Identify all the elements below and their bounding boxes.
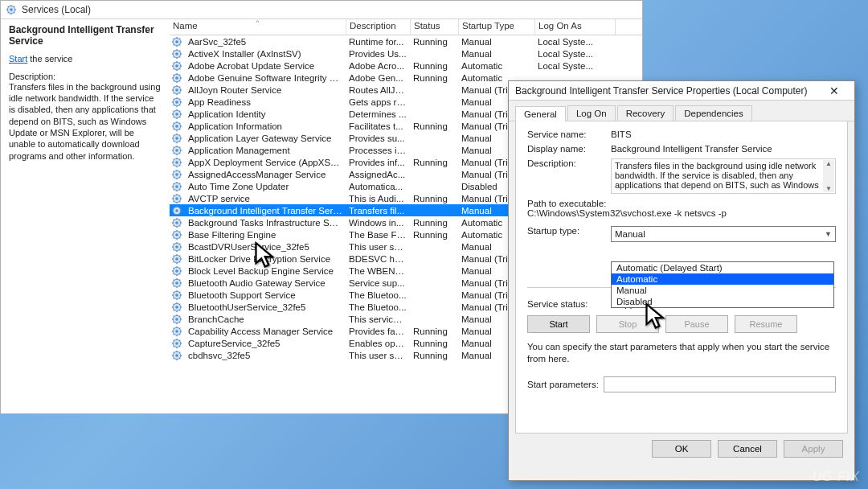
opt-automatic[interactable]: Automatic bbox=[612, 273, 833, 285]
cell-status bbox=[410, 209, 458, 212]
cell-status bbox=[410, 318, 458, 321]
service-icon bbox=[171, 169, 182, 180]
cell-description: Windows in... bbox=[346, 216, 410, 229]
table-row[interactable]: Adobe Acrobat Update ServiceAdobe Acro..… bbox=[170, 60, 642, 72]
tab-general[interactable]: General bbox=[515, 106, 566, 121]
service-icon bbox=[171, 302, 182, 313]
service-icon bbox=[171, 229, 182, 240]
cell-status bbox=[410, 113, 458, 116]
cell-status: Running bbox=[410, 349, 458, 362]
opt-automatic-delayed[interactable]: Automatic (Delayed Start) bbox=[612, 262, 833, 273]
startup-type-dropdown[interactable]: Automatic (Delayed Start) Automatic Manu… bbox=[611, 261, 834, 308]
service-icon bbox=[171, 97, 182, 108]
cell-status bbox=[410, 52, 458, 55]
table-row[interactable]: AarSvc_32fe5Runtime for...RunningManualL… bbox=[170, 35, 642, 47]
services-icon bbox=[6, 4, 17, 15]
titlebar-text: Services (Local) bbox=[22, 4, 91, 15]
service-icon bbox=[171, 241, 182, 253]
pause-button[interactable]: Pause bbox=[665, 315, 728, 333]
cell-name: Application Information bbox=[185, 120, 346, 133]
start-parameters-input[interactable] bbox=[604, 376, 836, 392]
dialog-titlebar[interactable]: Background Intelligent Transfer Service … bbox=[509, 81, 854, 101]
cell-status: Running bbox=[410, 216, 458, 229]
cell-startup: Manual bbox=[458, 35, 534, 48]
cell-status bbox=[410, 173, 458, 176]
cell-name: BluetoothUserService_32fe5 bbox=[185, 301, 346, 314]
cancel-button[interactable]: Cancel bbox=[718, 440, 777, 458]
opt-disabled[interactable]: Disabled bbox=[612, 296, 833, 307]
cell-status bbox=[410, 185, 458, 188]
cell-name: AllJoyn Router Service bbox=[185, 84, 346, 97]
opt-manual[interactable]: Manual bbox=[612, 285, 833, 296]
cell-status: Running bbox=[410, 156, 458, 169]
apply-button[interactable]: Apply bbox=[784, 440, 843, 458]
cell-description: This service ... bbox=[346, 313, 410, 326]
startup-type-select[interactable]: Manual ▼ bbox=[611, 226, 836, 242]
start-params-note: You can specify the start parameters tha… bbox=[527, 341, 836, 365]
col-description[interactable]: Description bbox=[346, 19, 411, 35]
cell-description: Transfers fil... bbox=[346, 204, 410, 217]
service-icon bbox=[171, 290, 182, 301]
cell-name: Bluetooth Audio Gateway Service bbox=[185, 277, 346, 290]
description-label: Description: bbox=[9, 72, 162, 81]
service-icon bbox=[171, 157, 182, 168]
cell-description: Provides fac... bbox=[346, 325, 410, 338]
cell-status: Running bbox=[410, 60, 458, 72]
cell-name: Base Filtering Engine bbox=[185, 228, 346, 241]
cell-description: The Bluetoo... bbox=[346, 289, 410, 302]
service-icon bbox=[171, 314, 182, 325]
cell-logon: Local Syste... bbox=[534, 47, 615, 60]
dialog-footer: OK Cancel Apply bbox=[509, 440, 854, 466]
service-properties-dialog: Background Intelligent Transfer Service … bbox=[508, 80, 855, 481]
cell-status bbox=[410, 101, 458, 104]
tab-log-on[interactable]: Log On bbox=[567, 105, 616, 121]
cell-name: Auto Time Zone Updater bbox=[185, 180, 346, 193]
table-row[interactable]: ActiveX Installer (AxInstSV)Provides Us.… bbox=[170, 47, 642, 60]
col-status[interactable]: Status bbox=[411, 19, 459, 35]
ok-button[interactable]: OK bbox=[652, 440, 711, 458]
tab-recovery[interactable]: Recovery bbox=[617, 105, 674, 121]
start-button[interactable]: Start bbox=[527, 315, 590, 333]
scrollbar[interactable]: ▲▼ bbox=[823, 160, 834, 192]
cell-name: BranchCache bbox=[185, 313, 346, 326]
close-icon[interactable]: ✕ bbox=[821, 84, 848, 97]
cell-name: Block Level Backup Engine Service bbox=[185, 265, 346, 277]
cell-startup: Manual bbox=[458, 47, 534, 60]
tab-dependencies[interactable]: Dependencies bbox=[675, 105, 752, 121]
cell-status: Running bbox=[410, 120, 458, 133]
dialog-tabs: General Log On Recovery Dependencies bbox=[509, 101, 854, 121]
scroll-up-icon[interactable]: ▲ bbox=[825, 160, 832, 167]
service-icon bbox=[171, 48, 182, 60]
cell-description: Processes in... bbox=[346, 144, 410, 157]
cell-status bbox=[410, 269, 458, 273]
cell-status bbox=[410, 306, 458, 309]
description-box[interactable]: Transfers files in the background using … bbox=[611, 158, 836, 194]
cell-name: Capability Access Manager Service bbox=[185, 325, 346, 338]
resume-button[interactable]: Resume bbox=[735, 315, 797, 333]
cell-status: Running bbox=[410, 72, 458, 84]
details-pane: Background Intelligent Transfer Service … bbox=[1, 19, 170, 413]
col-log-on-as[interactable]: Log On As bbox=[535, 19, 616, 35]
cell-description: This is Audi... bbox=[346, 192, 410, 205]
service-icon bbox=[171, 145, 182, 156]
list-header[interactable]: Name Description Status Startup Type Log… bbox=[170, 19, 642, 35]
col-startup-type[interactable]: Startup Type bbox=[459, 19, 535, 35]
cell-status bbox=[410, 149, 458, 152]
start-line: Start the service bbox=[9, 54, 162, 64]
cell-name: Application Layer Gateway Service bbox=[185, 132, 346, 145]
cell-name: Adobe Acrobat Update Service bbox=[185, 60, 346, 72]
label-path: Path to executable: bbox=[527, 199, 836, 208]
cell-name: Background Tasks Infrastructure Service bbox=[185, 216, 346, 229]
cell-name: AarSvc_32fe5 bbox=[185, 35, 346, 48]
start-service-link[interactable]: Start bbox=[9, 54, 27, 64]
label-startup-type: Startup type: bbox=[527, 226, 611, 236]
cell-description: This user ser... bbox=[346, 240, 410, 253]
cell-description: Enables opti... bbox=[346, 337, 410, 350]
cell-name: Bluetooth Support Service bbox=[185, 289, 346, 302]
service-icon bbox=[171, 265, 182, 277]
selected-service-name: Background Intelligent Transfer Service bbox=[9, 24, 162, 47]
stop-button[interactable]: Stop bbox=[596, 315, 659, 333]
col-name[interactable]: Name bbox=[170, 19, 346, 35]
cell-status: Running bbox=[410, 192, 458, 205]
scroll-down-icon[interactable]: ▼ bbox=[825, 185, 832, 192]
